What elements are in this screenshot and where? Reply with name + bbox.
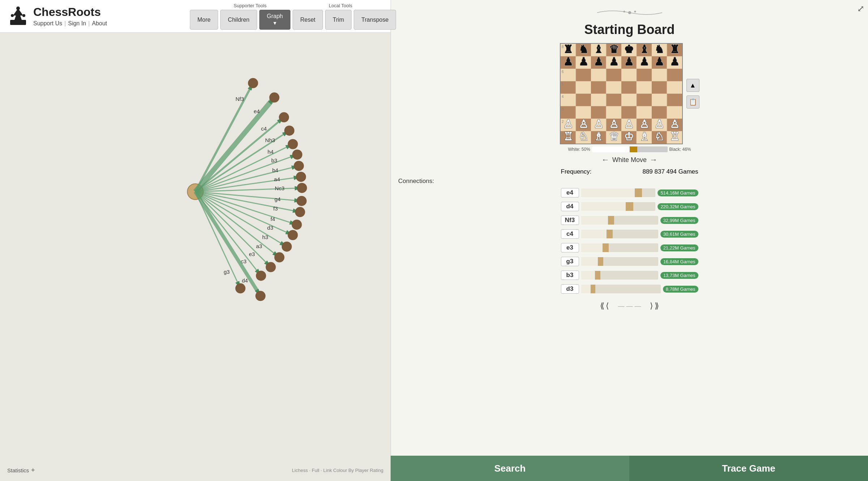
connection-row[interactable]: Nf332,99M Games [561,214,698,226]
nav-next-icon[interactable]: ⟩ [650,301,653,311]
svg-point-3 [11,14,14,17]
board-copy-button[interactable]: 📋 [686,95,699,108]
svg-point-80 [235,283,246,293]
svg-text:h3: h3 [262,234,268,240]
supporter-tools-label: Supporter Tools [234,3,267,8]
nav-sep-1: | [64,20,66,27]
svg-text:h4: h4 [268,149,274,155]
connection-bar [581,188,656,197]
svg-rect-0 [10,20,26,25]
right-arrow-icon: → [650,155,658,165]
connection-games-badge: 514,16M Games [658,190,698,196]
transpose-button[interactable]: Transpose [354,10,396,30]
connection-row[interactable]: d38,78M Games [561,283,698,295]
graph-button[interactable]: Graph ▾ [259,10,290,30]
nav-last-icon[interactable]: ⟫ [655,301,659,311]
svg-point-64 [274,252,284,263]
svg-text:d3: d3 [267,225,273,231]
svg-point-32 [294,161,304,171]
signin-link[interactable]: Sign In [68,20,86,27]
fullscreen-button[interactable]: ⤢ [857,4,864,14]
svg-point-2 [16,7,20,10]
panel-title: Starting Board [584,22,675,37]
connection-games-badge: 13,73M Games [660,272,698,279]
svg-text:g3: g3 [224,269,230,275]
svg-point-72 [256,271,266,281]
connection-row[interactable]: e321,22M Games [561,242,698,254]
graph-svg[interactable]: Nf3e4c4Nh3h4b3b4a4Nc3g4f3f4d3h3a3e3c3d4g… [0,33,391,481]
svg-text:b4: b4 [272,167,278,173]
left-arrow-icon: ← [601,155,609,165]
nav-prev-icon[interactable]: ⟨ [606,301,609,311]
connection-games-badge: 220,32M Games [658,203,698,210]
connection-row[interactable]: b313,73M Games [561,269,698,281]
svg-point-44 [297,196,307,206]
svg-text:a3: a3 [256,243,262,249]
connection-row[interactable]: e4514,16M Games [561,187,698,199]
connection-bar [581,285,661,293]
win-bar-container: White: 50% Black: 46% [568,146,691,152]
connection-move-label: b3 [561,271,579,280]
frequency-row: Frequency: 889 837 494 Games [561,168,698,175]
svg-point-48 [295,207,305,217]
trim-button[interactable]: Trim [325,10,352,30]
svg-point-24 [288,139,298,149]
more-button[interactable]: More [190,10,218,30]
connection-bar [581,202,656,211]
connection-move-label: e4 [561,188,579,197]
trace-game-button[interactable]: Trace Game [629,456,868,481]
svg-text:e4: e4 [254,108,260,114]
statistics-plus-icon: + [31,467,35,474]
connection-move-label: e3 [561,243,579,252]
logo-area: ChessRoots Support Us | Sign In | About [7,5,107,27]
win-label-white: White: 50% [568,147,590,152]
win-bar-white-fill [592,146,630,152]
connection-bar [581,216,658,225]
svg-point-4 [22,14,25,17]
svg-line-62 [195,192,279,257]
svg-text:f4: f4 [271,216,275,222]
connection-games-badge: 8,78M Games [663,286,698,293]
svg-point-8 [248,78,258,88]
svg-text:g4: g4 [275,196,281,202]
panel-ornament [593,7,666,21]
connection-games-badge: 30,61M Games [660,231,698,238]
connection-move-label: Nf3 [561,216,579,225]
svg-point-76 [255,291,265,301]
statistics-bar: Statistics + Lichess · Full · Link Colou… [0,459,391,481]
children-button[interactable]: Children [220,10,257,30]
svg-text:Nc3: Nc3 [275,185,285,191]
win-label-black: Black: 46% [669,147,691,152]
connection-games-badge: 32,99M Games [660,217,698,224]
svg-text:a4: a4 [274,176,280,182]
toolbar-btn-row: More Children Graph ▾ Reset Trim Transpo… [190,10,396,30]
chess-board[interactable] [560,43,683,144]
connection-row[interactable]: g316,84M Games [561,256,698,267]
nav-first-icon[interactable]: ⟪ [600,301,604,311]
connection-move-label: c4 [561,229,579,239]
connection-row[interactable]: d4220,32M Games [561,201,698,212]
svg-line-66 [195,192,271,267]
svg-text:c4: c4 [261,125,267,132]
svg-text:Nh3: Nh3 [265,137,275,143]
nav-links: Support Us | Sign In | About [33,20,107,27]
local-tools-label: Local Tools [329,3,352,8]
support-link[interactable]: Support Us [33,20,62,27]
win-bar-brown-fill [630,146,637,152]
connection-row[interactable]: c430,61M Games [561,228,698,240]
statistics-label[interactable]: Statistics + [7,467,35,474]
svg-point-60 [282,242,292,252]
svg-line-74 [195,192,260,296]
svg-point-83 [623,11,625,13]
svg-text:f3: f3 [273,205,278,212]
connection-move-label: g3 [561,257,579,266]
svg-point-84 [634,11,636,13]
toolbar-label-row: Supporter Tools Local Tools [203,3,383,8]
logo-text-area: ChessRoots Support Us | Sign In | About [33,5,107,27]
board-up-button[interactable]: ▲ [686,79,699,92]
about-link[interactable]: About [92,20,107,27]
search-button[interactable]: Search [391,456,629,481]
connection-bar [581,271,658,280]
connection-move-label: d3 [561,284,579,294]
reset-button[interactable]: Reset [293,10,323,30]
